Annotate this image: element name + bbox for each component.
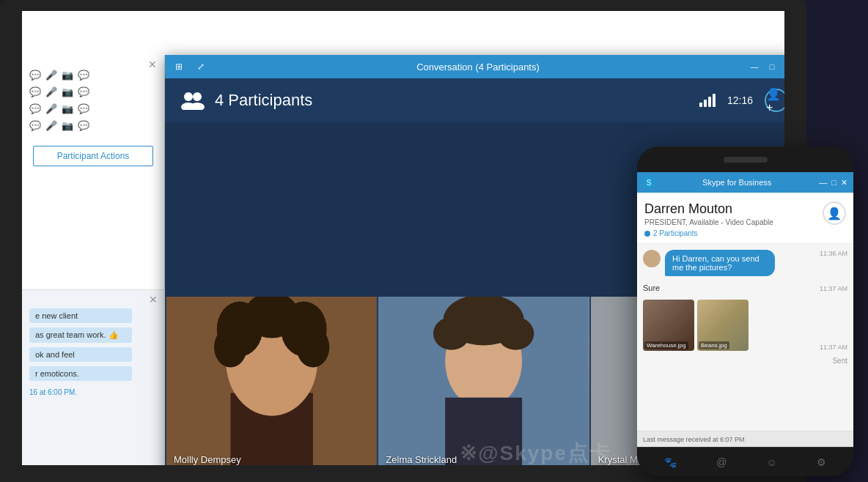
phone-app-title: Skype for Business [659, 178, 814, 187]
sender-avatar [643, 250, 661, 267]
plain-reply-text: Sure [643, 282, 660, 294]
video-icon-3: 📷 [62, 103, 73, 114]
expand-icon[interactable]: ⤢ [194, 60, 207, 73]
participants-badge: 2 Participants [644, 229, 773, 237]
participants-badge-label: 2 Participants [653, 229, 698, 237]
phone-nav-icon-1[interactable]: 🐾 [664, 456, 677, 468]
phone-nav-icon-2[interactable]: @ [716, 456, 727, 468]
participant-icon-rows: 💬 🎤 📷 💬 💬 🎤 📷 💬 💬 🎤 📷 💬 💬 🎤 📷 [22, 55, 164, 138]
participants-header: 4 Participants 12:16 👤+ [165, 78, 784, 122]
phone-nav-icon-4[interactable]: ⚙ [817, 456, 826, 468]
participant-row-4: 💬 🎤 📷 💬 [29, 120, 157, 131]
svg-point-0 [184, 92, 193, 101]
last-message-text: Last message received at 6:07 PM [643, 436, 745, 443]
phone-last-message-bar: Last message received at 6:07 PM [637, 431, 853, 447]
phone-contact-header: Darren Mouton PRESIDENT, Available - Vid… [637, 193, 853, 244]
video-icon-2: 📷 [62, 86, 73, 97]
titlebar-icon-group: ⊞ ⤢ [172, 60, 207, 73]
chat-messages-list: e new client as great team work. 👍 ok an… [22, 290, 165, 388]
contact-name: Darren Mouton [644, 201, 773, 217]
video-tile-molly: Mollly Dempsey [166, 297, 377, 465]
file-attachments: Warehouse.jpg Beans.jpg [643, 300, 749, 351]
warehouse-file-label: Warehouse.jpg [644, 341, 688, 349]
close-button[interactable]: ✕ [784, 61, 784, 73]
participant-name-zelma: Zelma Strickland [386, 454, 457, 465]
video-feed-molly [166, 297, 377, 465]
svg-point-11 [214, 327, 247, 368]
signal-bar-3 [708, 97, 711, 107]
chat-message-2: as great team work. 👍 [29, 327, 132, 343]
contact-avatar-button[interactable]: 👤 [823, 201, 846, 225]
video-icon-1: 📷 [62, 70, 73, 81]
msg-icon-3: 💬 [78, 103, 89, 114]
chat-icon-4: 💬 [29, 120, 41, 131]
phone-restore-button[interactable]: □ [831, 178, 836, 187]
plain-reply-row: Sure 11:37 AM [643, 282, 847, 294]
phone-nav-icon-3[interactable]: ☺ [766, 456, 776, 468]
files-time: 11:37 AM [820, 344, 847, 351]
mic-icon-4: 🎤 [45, 120, 57, 131]
participant-name-molly: Mollly Dempsey [174, 454, 241, 465]
chat-message-1: e new client [29, 308, 132, 323]
skype-logo-icon: S [643, 177, 655, 188]
restore-button[interactable]: □ [766, 61, 778, 73]
titlebar-window-controls: — □ ✕ [749, 61, 784, 73]
avatar-icon: 👤 [827, 207, 842, 220]
chat-icon-3: 💬 [29, 103, 41, 114]
msg-icon-4: 💬 [78, 120, 89, 131]
skype-window-title: Conversation (4 Participants) [207, 62, 749, 73]
beans-file-label: Beans.jpg [699, 341, 729, 349]
video-tile-zelma: Zelma Strickland [378, 297, 589, 465]
phone-speaker [724, 157, 768, 163]
chat-message-4: r emoticons. [29, 366, 132, 381]
sent-label: Sent [643, 357, 847, 365]
svg-rect-16 [446, 398, 523, 465]
plain-reply-time: 11:37 AM [820, 285, 847, 292]
msg-icon-2: 💬 [78, 86, 89, 97]
signal-bar-2 [704, 100, 707, 107]
phone-chat-area: Hi Darren, can you send me the pictures?… [637, 244, 853, 431]
chat-message-3: ok and feel [29, 347, 132, 362]
phone-titlebar: S Skype for Business — □ ✕ [637, 172, 853, 193]
participant-row-3: 💬 🎤 📷 💬 [29, 103, 157, 114]
svg-point-12 [296, 327, 329, 368]
mic-icon-1: 🎤 [45, 70, 57, 81]
chat-icon-2: 💬 [29, 86, 41, 97]
sidebar-close-button[interactable]: ✕ [148, 59, 157, 70]
add-person-icon: 👤+ [766, 87, 784, 114]
incoming-message-bubble: Hi Darren, can you send me the pictures? [665, 250, 775, 276]
signal-bar-4 [713, 94, 716, 107]
svg-point-1 [193, 92, 202, 101]
phone-minimize-button[interactable]: — [819, 178, 827, 187]
mic-icon-2: 🎤 [45, 86, 57, 97]
participants-badge-dot [644, 231, 650, 237]
header-right-controls: 12:16 👤+ [699, 89, 784, 112]
chat-close-button[interactable]: ✕ [149, 294, 158, 305]
participant-row-2: 💬 🎤 📷 💬 [29, 86, 157, 97]
participant-actions-button[interactable]: Participant Actions [33, 146, 153, 166]
phone-top-bar [637, 147, 853, 172]
mic-icon-3: 🎤 [45, 103, 57, 114]
participant-row-1: 💬 🎤 📷 💬 [29, 70, 157, 81]
warehouse-file-thumb[interactable]: Warehouse.jpg [643, 300, 694, 351]
minimize-button[interactable]: — [749, 61, 760, 73]
svg-point-18 [433, 317, 470, 350]
chat-icon-1: 💬 [29, 70, 41, 81]
svg-point-19 [498, 317, 534, 350]
incoming-message-time: 11:36 AM [820, 250, 847, 257]
phone-close-button[interactable]: ✕ [841, 178, 847, 188]
phone-device: S Skype for Business — □ ✕ Darren Mouton… [637, 147, 853, 476]
beans-file-thumb[interactable]: Beans.jpg [697, 300, 749, 351]
chat-panel: ✕ e new client as great team work. 👍 ok … [22, 289, 165, 465]
video-feed-zelma [378, 297, 589, 465]
phone-bottom-bar: 🐾 @ ☺ ⚙ [637, 447, 853, 476]
signal-bar-1 [699, 103, 702, 107]
signal-strength-icon [699, 94, 716, 107]
chat-date: 16 at 6:00 PM. [22, 388, 165, 396]
screen-share-icon[interactable]: ⊞ [172, 60, 185, 73]
skype-titlebar: ⊞ ⤢ Conversation (4 Participants) — □ ✕ [165, 55, 784, 78]
video-icon-4: 📷 [62, 120, 73, 131]
phone-screen: S Skype for Business — □ ✕ Darren Mouton… [637, 172, 853, 447]
add-person-button[interactable]: 👤+ [765, 89, 784, 112]
participants-count-label: 4 Participants [215, 91, 699, 110]
